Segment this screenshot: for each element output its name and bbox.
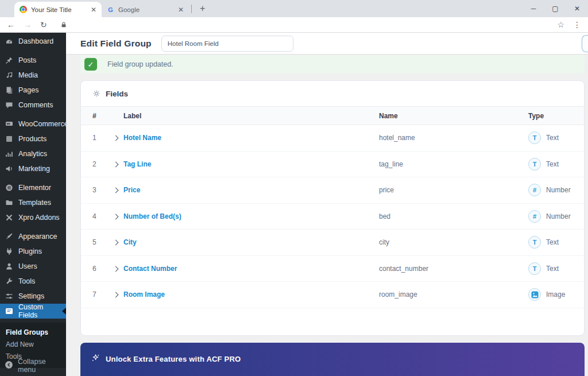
field-label-link[interactable]: Number of Bed(s) (123, 212, 379, 220)
collapse-menu-button[interactable]: Collapse menu (0, 355, 66, 376)
sidebar-item-custom-fields[interactable]: Custom Fields (0, 304, 66, 319)
reload-button[interactable]: ↻ (40, 21, 47, 29)
sidebar-item-label: Media (18, 71, 38, 79)
sidebar-item-plugins[interactable]: Plugins (0, 244, 66, 259)
tab-close-icon[interactable]: ✕ (178, 6, 184, 14)
column-type: Type (528, 112, 584, 120)
submenu-item-add-new[interactable]: Add New (0, 339, 66, 351)
collapse-arrow-icon (5, 361, 13, 371)
banner-text: Unlock Extra Features with ACF PRO (106, 355, 241, 363)
sidebar-item-media[interactable]: Media (0, 68, 66, 83)
sidebar-item-appearance[interactable]: Appearance (0, 229, 66, 244)
sidebar-item-label: Settings (18, 292, 44, 300)
close-button[interactable]: ✕ (566, 5, 588, 13)
appearance-icon (5, 232, 13, 241)
tools-icon (5, 277, 13, 286)
expand-chevron-icon[interactable] (114, 290, 123, 299)
field-label-link[interactable]: Price (123, 186, 379, 194)
expand-chevron-icon[interactable] (114, 186, 123, 194)
field-label-link[interactable]: City (123, 238, 379, 246)
field-group-title-input[interactable] (161, 36, 293, 52)
sidebar-item-tools[interactable]: Tools (0, 274, 66, 289)
text-type-icon: T (528, 236, 541, 249)
field-type: Text (546, 238, 559, 246)
field-name: tag_line (379, 160, 528, 168)
sidebar-item-products[interactable]: Products (0, 131, 66, 146)
sidebar-item-comments[interactable]: Comments (0, 98, 66, 113)
sidebar-item-marketing[interactable]: Marketing (0, 161, 66, 176)
row-number: 7 (92, 290, 114, 299)
marketing-icon (5, 165, 13, 173)
text-type-icon: T (528, 158, 541, 170)
success-notice: ✓ Field group updated. (80, 55, 585, 73)
expand-chevron-icon[interactable] (114, 160, 123, 168)
bookmark-star-icon[interactable]: ☆ (557, 21, 564, 29)
sidebar-item-label: Templates (18, 199, 51, 207)
plugins-icon (5, 247, 13, 256)
save-changes-button[interactable] (582, 35, 588, 52)
sidebar-item-label: Xpro Addons (18, 214, 60, 222)
expand-chevron-icon[interactable] (114, 212, 123, 220)
sidebar-item-users[interactable]: Users (0, 259, 66, 274)
tab-title: Your Site Title (31, 6, 87, 13)
field-name: city (379, 238, 528, 246)
sidebar-item-xpro-addons[interactable]: Xpro Addons (0, 210, 66, 225)
expand-chevron-icon[interactable] (114, 265, 123, 273)
row-number: 2 (92, 160, 114, 168)
field-row: 7Room Imageroom_imageImage (81, 282, 584, 308)
row-number: 1 (92, 134, 114, 142)
acf-pro-banner[interactable]: Unlock Extra Features with ACF PRO (80, 343, 585, 376)
sparkles-icon (91, 354, 100, 365)
field-type: Text (546, 265, 559, 273)
templates-icon (5, 199, 13, 207)
sidebar-item-woocommerce[interactable]: WooCommerce (0, 117, 66, 131)
field-label-link[interactable]: Hotel Name (123, 134, 379, 142)
back-button[interactable]: ← (7, 21, 15, 29)
minimize-button[interactable]: ─ (523, 5, 544, 13)
field-label-link[interactable]: Contact Number (123, 265, 379, 273)
expand-chevron-icon[interactable] (114, 134, 123, 142)
submenu-item-field-groups[interactable]: Field Groups (0, 327, 66, 339)
maximize-button[interactable]: ▢ (544, 5, 566, 13)
field-row: 6Contact Numbercontact_numberTText (81, 256, 584, 282)
text-type-icon: T (528, 131, 541, 144)
xpro-icon (5, 214, 13, 222)
tab-close-icon[interactable]: ✕ (91, 6, 96, 14)
fields-panel-title: Fields (106, 90, 128, 98)
sidebar-item-label: Plugins (18, 247, 42, 255)
sidebar-item-posts[interactable]: Posts (0, 53, 66, 68)
comments-icon (5, 101, 13, 110)
check-icon: ✓ (84, 58, 97, 71)
tab-google[interactable]: G Google ✕ (102, 2, 189, 17)
settings-icon (5, 292, 13, 301)
notice-text: Field group updated. (107, 60, 173, 68)
sidebar-item-settings[interactable]: Settings (0, 289, 66, 304)
sidebar-item-label: Comments (18, 101, 53, 109)
new-tab-button[interactable]: + (194, 3, 211, 14)
column-name: Name (379, 112, 528, 120)
expand-chevron-icon[interactable] (114, 238, 123, 246)
sidebar-item-templates[interactable]: Templates (0, 195, 66, 210)
sidebar-item-dashboard[interactable]: Dashboard (0, 34, 66, 49)
sidebar-item-analytics[interactable]: Analytics (0, 146, 66, 161)
sidebar-item-label: Custom Fields (18, 303, 61, 319)
field-label-link[interactable]: Room Image (123, 290, 379, 299)
forward-button[interactable]: → (24, 21, 32, 29)
pages-icon (5, 86, 13, 95)
field-row: 5CitycityTText (81, 230, 584, 256)
sidebar-item-label: Tools (18, 277, 35, 285)
browser-menu-icon[interactable]: ⋮ (573, 21, 581, 29)
text-type-icon: T (528, 262, 541, 275)
sidebar-item-pages[interactable]: Pages (0, 83, 66, 98)
dashboard-icon (5, 37, 13, 46)
page-title: Edit Field Group (80, 38, 152, 49)
lock-icon[interactable] (60, 21, 67, 28)
sidebar-item-label: Pages (18, 86, 38, 94)
sidebar-item-elementor[interactable]: Elementor (0, 180, 66, 195)
field-label-link[interactable]: Tag Line (123, 160, 379, 168)
tab-your-site-title[interactable]: Your Site Title ✕ (14, 2, 102, 17)
field-name: hotel_name (379, 134, 528, 142)
fields-gear-icon (92, 90, 100, 98)
field-type: Text (546, 160, 559, 168)
row-number: 3 (92, 186, 114, 194)
